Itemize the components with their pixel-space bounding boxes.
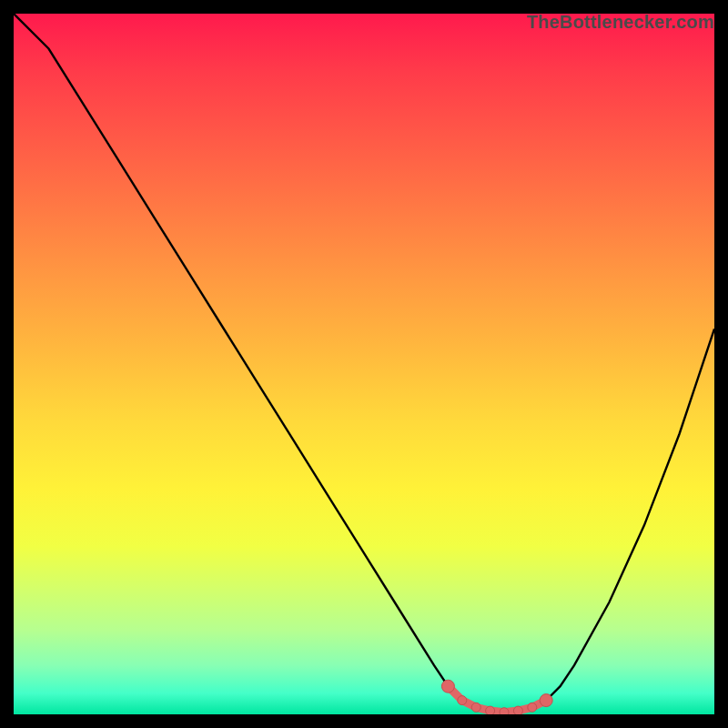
- optimal-marker-dot: [513, 706, 522, 714]
- optimal-range-markers: [14, 14, 714, 714]
- plot-gradient-area: TheBottlenecker.com: [14, 14, 714, 714]
- optimal-marker-dot: [500, 708, 509, 714]
- watermark-label: TheBottlenecker.com: [527, 12, 714, 33]
- optimal-marker-dot: [441, 680, 454, 693]
- optimal-marker-dot: [486, 706, 495, 714]
- marker-group: [441, 680, 552, 714]
- optimal-marker-dot: [458, 696, 467, 705]
- optimal-marker-dot: [528, 703, 537, 712]
- optimal-marker-dot: [540, 694, 552, 707]
- optimal-marker-dot: [471, 703, 480, 712]
